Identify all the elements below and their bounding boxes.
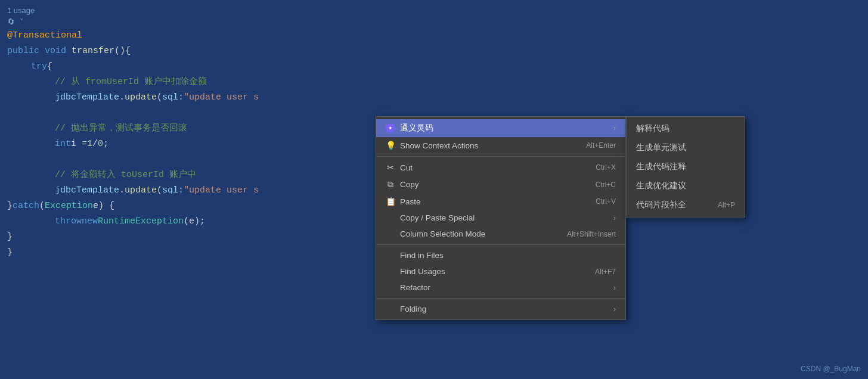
icon-line: 🔄︎ ˅: [0, 16, 868, 28]
column-selection-label: Column Selection Mode: [400, 229, 485, 238]
paste-left: 📋 Paste: [386, 197, 421, 206]
jdbc1-method: update: [125, 91, 157, 105]
code-snippet-label: 代码片段补全: [636, 200, 686, 210]
jdbc2-label: sql:: [162, 184, 184, 198]
copy-shortcut: Ctrl+C: [596, 181, 616, 189]
refactor-left: Refactor: [386, 283, 430, 292]
num1: 1: [87, 137, 92, 151]
submenu-item-unit-test[interactable]: 生成单元测试: [627, 138, 745, 157]
submenu-item-code-comment[interactable]: 生成代码注释: [627, 157, 745, 176]
folding-label: Folding: [400, 305, 426, 313]
jdbc2-string: "update user s: [184, 184, 259, 198]
column-selection-left: Column Selection Mode: [386, 229, 485, 238]
usage-line: 1 usage: [0, 5, 868, 16]
cut-shortcut: Ctrl+X: [596, 163, 616, 172]
watermark: CSDN @_BugMan: [801, 365, 861, 373]
refactor-label: Refactor: [400, 283, 430, 292]
code-line-comment1: // 从 fromUserId 账户中扣除金额: [48, 74, 868, 90]
kw-new: new: [82, 215, 98, 229]
copy-icon: ⧉: [386, 179, 395, 190]
jdbc1-label: sql:: [162, 91, 184, 105]
menu-item-refactor[interactable]: Refactor ›: [376, 279, 625, 296]
find-files-left: Find in Files: [386, 251, 444, 260]
context-menu-main: ✦ 通义灵码 › 💡 Show Context Actions Alt+Ente…: [376, 116, 626, 320]
separator2: [376, 244, 625, 245]
jdbc2-method: update: [125, 184, 157, 198]
code-line-annotation: @Transactional: [0, 28, 868, 44]
kw-public: public: [7, 44, 39, 58]
find-usages-label: Find Usages: [400, 267, 445, 276]
code-line-jdbc1: jdbcTemplate . update ( sql: "update use…: [48, 90, 868, 105]
menu-item-cut[interactable]: ✂ Cut Ctrl+X: [376, 159, 625, 176]
exception-type: Exception: [45, 199, 93, 213]
bulb-icon: 💡: [386, 141, 395, 150]
jdbc2-obj: jdbcTemplate: [55, 184, 119, 198]
find-files-label: Find in Files: [400, 251, 444, 260]
copy-left: ⧉ Copy: [386, 179, 419, 190]
tongyi-arrow: ›: [613, 124, 616, 132]
runtime-exception: RuntimeException: [98, 215, 184, 229]
comment3: // 将金额转入 toUserId 账户中: [55, 168, 196, 182]
context-actions-left: 💡 Show Context Actions: [386, 141, 478, 150]
num0: 0: [98, 137, 103, 151]
menu-item-tongyi[interactable]: ✦ 通义灵码 ›: [376, 119, 625, 137]
unit-test-label: 生成单元测试: [636, 142, 686, 153]
submenu-item-optimization[interactable]: 生成优化建议: [627, 176, 745, 195]
kw-void: void: [45, 44, 66, 58]
submenu-item-interpret[interactable]: 解释代码: [627, 119, 745, 138]
annotation-text: @Transactional: [7, 29, 82, 43]
jdbc1-string: "update user s: [184, 91, 259, 105]
menu-item-copy[interactable]: ⧉ Copy Ctrl+C: [376, 176, 625, 193]
copy-paste-special-left: Copy / Paste Special: [386, 213, 475, 222]
copy-paste-special-label: Copy / Paste Special: [400, 213, 475, 222]
code-line-method: public void transfer (){: [0, 44, 868, 59]
tongyi-submenu: 解释代码 生成单元测试 生成代码注释 生成优化建议 代码片段补全 Alt+P: [626, 116, 745, 218]
paste-shortcut: Ctrl+V: [596, 197, 616, 206]
refactor-arrow: ›: [613, 284, 616, 292]
find-usages-shortcut: Alt+F7: [595, 268, 616, 276]
context-actions-label: Show Context Actions: [400, 141, 478, 150]
code-snippet-shortcut: Alt+P: [718, 201, 735, 209]
method-name: transfer: [72, 44, 114, 58]
context-actions-shortcut: Alt+Enter: [586, 141, 616, 150]
kw-catch: catch: [13, 199, 39, 213]
menu-item-column-selection[interactable]: Column Selection Mode Alt+Shift+Insert: [376, 226, 625, 242]
copy-label: Copy: [400, 180, 419, 189]
context-menu-overlay: ✦ 通义灵码 › 💡 Show Context Actions Alt+Ente…: [376, 116, 626, 320]
column-shortcut: Alt+Shift+Insert: [567, 230, 616, 238]
editor-area: 1 usage 🔄︎ ˅ @Transactional public void …: [0, 0, 868, 379]
tongyi-icon: ✦: [386, 123, 395, 133]
kw-int: int: [55, 137, 71, 151]
code-comment-label: 生成代码注释: [636, 161, 686, 172]
tongyi-label: 通义灵码: [400, 123, 433, 133]
comment2: // 抛出异常，测试事务是否回滚: [55, 122, 187, 136]
separator3: [376, 298, 625, 299]
separator1: [376, 156, 625, 157]
paste-label: Paste: [400, 197, 421, 206]
cut-left: ✂ Cut: [386, 163, 413, 172]
comment1: // 从 fromUserId 账户中扣除金额: [55, 75, 207, 89]
menu-item-paste[interactable]: 📋 Paste Ctrl+V: [376, 193, 625, 210]
menu-item-copy-paste-special[interactable]: Copy / Paste Special ›: [376, 210, 625, 226]
interpret-label: 解释代码: [636, 123, 669, 134]
kw-try: try: [31, 60, 47, 74]
kw-throw: throw: [55, 215, 82, 229]
menu-item-folding[interactable]: Folding ›: [376, 301, 625, 317]
menu-item-find-usages[interactable]: Find Usages Alt+F7: [376, 263, 625, 279]
copy-paste-special-arrow: ›: [613, 214, 616, 222]
cut-icon: ✂: [386, 163, 395, 172]
paste-icon: 📋: [386, 197, 395, 206]
optimization-label: 生成优化建议: [636, 181, 686, 191]
submenu-item-code-snippet[interactable]: 代码片段补全 Alt+P: [627, 195, 745, 215]
menu-item-find-files[interactable]: Find in Files: [376, 247, 625, 263]
menu-item-context-actions[interactable]: 💡 Show Context Actions Alt+Enter: [376, 137, 625, 154]
cut-label: Cut: [400, 163, 413, 172]
code-line-try: try {: [24, 59, 868, 74]
folding-arrow: ›: [613, 305, 616, 313]
jdbc1-obj: jdbcTemplate: [55, 91, 119, 105]
find-usages-left: Find Usages: [386, 267, 445, 276]
tongyi-left: ✦ 通义灵码: [386, 123, 433, 133]
folding-left: Folding: [386, 305, 426, 313]
